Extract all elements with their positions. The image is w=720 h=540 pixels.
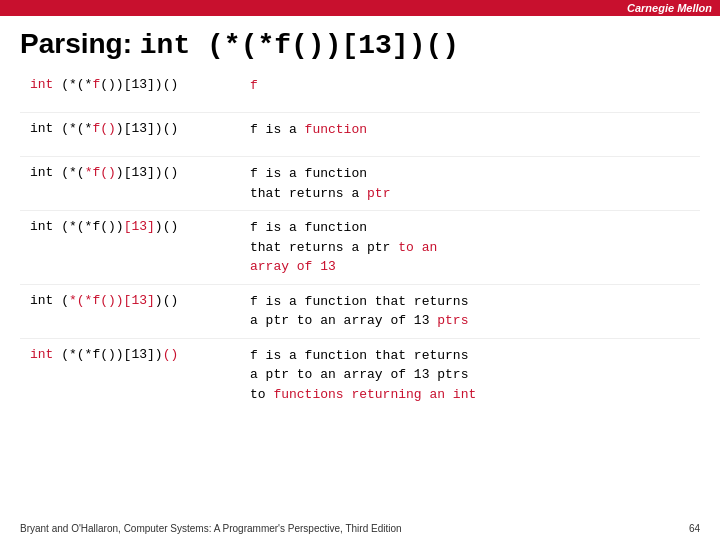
right-desc: f is a function that returnsa ptr to an … — [250, 346, 690, 405]
title-text: Parsing: — [20, 28, 140, 59]
left-code: int (*(*f())[13])() — [30, 120, 250, 136]
right-desc: f — [250, 76, 690, 96]
left-code: int (*(*f())[13])() — [30, 218, 250, 234]
table-row: int (*(*f())[13])() f — [20, 69, 700, 113]
left-code: int (*(*f())[13])() — [30, 164, 250, 180]
left-code: int (*(*f())[13])() — [30, 346, 250, 362]
right-desc: f is a functionthat returns a ptr to ana… — [250, 218, 690, 277]
right-desc: f is a function that returnsa ptr to an … — [250, 292, 690, 331]
table-row: int (*(*f())[13])() f is a function that… — [20, 339, 700, 412]
footer-right: 64 — [689, 523, 700, 534]
brand-label: Carnegie Mellon — [627, 2, 712, 14]
left-code: int (*(*f())[13])() — [30, 76, 250, 92]
page-title: Parsing: int (*(*f())[13])() — [0, 16, 720, 69]
footer-left: Bryant and O'Hallaron, Computer Systems:… — [20, 523, 402, 534]
table-row: int (*(*f())[13])() f is a functionthat … — [20, 211, 700, 285]
table-row: int (*(*f())[13])() f is a function that… — [20, 285, 700, 339]
header-bar: Carnegie Mellon — [0, 0, 720, 16]
footer: Bryant and O'Hallaron, Computer Systems:… — [20, 523, 700, 534]
right-desc: f is a function — [250, 120, 690, 140]
content-area: int (*(*f())[13])() f int (*(*f())[13])(… — [0, 69, 720, 411]
left-code: int (*(*f())[13])() — [30, 292, 250, 308]
right-desc: f is a functionthat returns a ptr — [250, 164, 690, 203]
title-code: int (*(*f())[13])() — [140, 30, 459, 61]
table-row: int (*(*f())[13])() f is a functionthat … — [20, 157, 700, 211]
table-row: int (*(*f())[13])() f is a function — [20, 113, 700, 157]
